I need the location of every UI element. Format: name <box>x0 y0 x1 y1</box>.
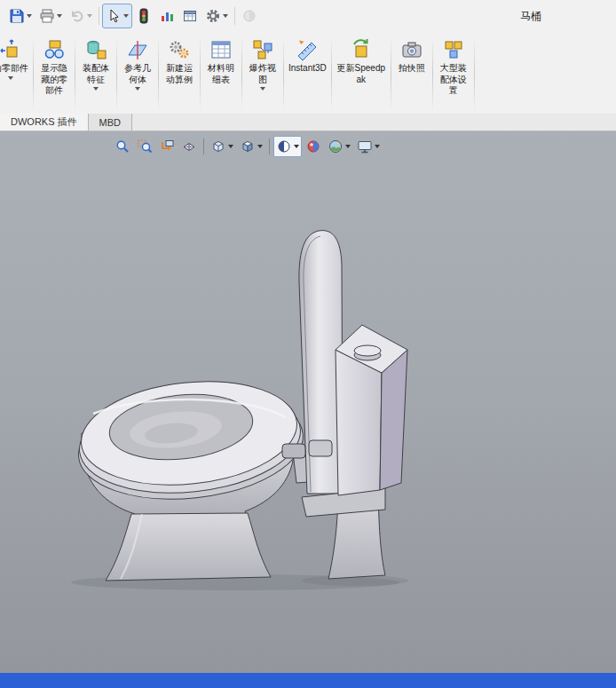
apply-scene-button[interactable] <box>325 136 353 157</box>
options-button[interactable] <box>201 4 232 28</box>
command-manager-ribbon: 动零部件 显示隐藏的零部件 装配体特征 参考几何体 新建运动算例 材料明细表 爆… <box>0 32 616 114</box>
view-settings-icon <box>357 138 373 154</box>
dropdown-caret <box>257 145 263 148</box>
appearance-tag-icon <box>241 8 257 24</box>
ribbon-separator <box>75 36 75 112</box>
ribbon-button-label: 动零部件 <box>0 63 28 75</box>
toilet-base[interactable] <box>106 513 271 581</box>
ribbon-button-label: 参考几何体 <box>122 63 154 85</box>
hide-show-items-button[interactable] <box>273 136 302 157</box>
dropdown-caret <box>93 87 99 91</box>
rebuild-traffic-light-icon <box>136 8 152 24</box>
ribbon-button-label: 拍快照 <box>399 63 425 75</box>
previous-view-button[interactable] <box>156 136 178 157</box>
dropdown-caret <box>228 145 233 148</box>
save-button[interactable] <box>5 4 36 28</box>
ribbon-button-assembly-features[interactable]: 装配体特征 <box>76 35 115 92</box>
seat-hinge[interactable] <box>282 444 305 458</box>
ribbon-button-instant3d[interactable]: Instant3D <box>285 35 330 76</box>
zoom-fit-button[interactable] <box>112 136 133 157</box>
assembly-features-icon <box>84 37 107 62</box>
ribbon-button-label: 显示隐藏的零部件 <box>38 63 70 97</box>
undo-button[interactable] <box>66 4 96 28</box>
ribbon-button-show-hidden-components[interactable]: 显示隐藏的零部件 <box>35 35 74 99</box>
file-properties-button[interactable] <box>178 4 201 28</box>
quick-access-toolbar: 马桶 <box>0 0 616 32</box>
ribbon-separator <box>200 36 201 112</box>
edit-appearance-button[interactable] <box>303 136 324 157</box>
zoom-area-button[interactable] <box>134 136 155 157</box>
ribbon-button-exploded-view[interactable]: 爆炸视图 <box>243 35 282 92</box>
ribbon-button-new-motion-study[interactable]: 新建运动算例 <box>160 35 199 87</box>
toilet-tank-front[interactable] <box>336 350 382 495</box>
ribbon-separator <box>391 36 391 112</box>
ribbon-button-update-speedpak[interactable]: 更新Speedpak <box>333 35 390 87</box>
view-settings-button[interactable] <box>354 136 383 157</box>
tab-label: DWORKS 插件 <box>11 115 77 129</box>
ribbon-separator <box>241 36 242 112</box>
graphics-viewport[interactable] <box>0 131 616 673</box>
toolbar-separator <box>234 7 235 25</box>
ribbon-button-label: 装配体特征 <box>80 63 112 85</box>
take-snapshot-icon <box>400 37 423 62</box>
rebuild-button[interactable] <box>132 4 155 28</box>
performance-button[interactable] <box>155 4 178 28</box>
ribbon-button-label: Instant3D <box>288 63 327 75</box>
hide-show-items-icon <box>276 138 292 154</box>
select-cursor-icon <box>106 8 122 24</box>
previous-view-icon <box>159 138 175 154</box>
dropdown-caret <box>345 145 351 148</box>
ribbon-button-label: 更新Speedpak <box>336 63 386 85</box>
ribbon-separator <box>33 36 34 112</box>
new-motion-study-icon <box>168 37 191 62</box>
edit-appearance-icon <box>305 138 321 154</box>
print-button[interactable] <box>36 4 66 28</box>
dropdown-caret <box>8 76 13 80</box>
select-tool-button[interactable] <box>102 4 132 28</box>
hud-separator <box>203 138 204 154</box>
toolbar-separator <box>99 7 99 25</box>
appearance-button[interactable] <box>238 4 261 28</box>
ribbon-button-label: 爆炸视图 <box>247 63 279 85</box>
exploded-view-icon <box>251 37 274 62</box>
window-title: 马桶 <box>520 9 541 24</box>
options-gear-icon <box>205 8 221 24</box>
dropdown-caret <box>87 14 92 18</box>
dropdown-caret <box>375 145 380 148</box>
ribbon-separator <box>116 36 117 112</box>
bill-of-materials-icon <box>209 37 233 62</box>
ribbon-button-label: 材料明细表 <box>205 63 237 85</box>
heads-up-view-toolbar <box>112 136 383 157</box>
view-orientation-button[interactable] <box>208 136 236 157</box>
ribbon-separator <box>432 36 433 112</box>
ribbon-button-move-component[interactable]: 动零部件 <box>0 35 32 82</box>
ribbon-button-label: 新建运动算例 <box>163 63 195 85</box>
undo-icon <box>69 8 85 24</box>
command-manager-tabs: DWORKS 插件 MBD <box>0 114 616 131</box>
ribbon-separator <box>474 36 475 112</box>
zoom-area-icon <box>137 138 153 154</box>
ribbon-button-bill-of-materials[interactable]: 材料明细表 <box>201 35 241 87</box>
reference-geometry-icon <box>126 37 149 62</box>
lid-hinge[interactable] <box>309 440 332 456</box>
show-hidden-components-icon <box>43 37 66 62</box>
view-orientation-icon <box>210 138 226 154</box>
save-icon <box>9 8 25 24</box>
ribbon-button-reference-geometry[interactable]: 参考几何体 <box>118 35 157 92</box>
taskbar[interactable] <box>0 673 616 688</box>
section-view-button[interactable] <box>178 136 200 157</box>
ribbon-button-take-snapshot[interactable]: 拍快照 <box>392 35 431 76</box>
display-style-icon <box>240 138 256 154</box>
tab-mbd[interactable]: MBD <box>89 114 132 130</box>
ribbon-button-label: 大型装配体设置 <box>438 63 470 97</box>
print-icon <box>39 8 55 24</box>
toilet-3d-model[interactable] <box>0 131 616 673</box>
ribbon-button-large-assembly-settings[interactable]: 大型装配体设置 <box>434 35 473 99</box>
display-style-button[interactable] <box>237 136 265 157</box>
section-view-icon <box>181 138 197 154</box>
file-properties-icon <box>182 8 198 24</box>
flush-button[interactable] <box>354 345 381 356</box>
update-speedpak-icon <box>350 37 373 62</box>
tab-solidworks-addins[interactable]: DWORKS 插件 <box>0 114 89 130</box>
hud-separator <box>269 138 270 154</box>
